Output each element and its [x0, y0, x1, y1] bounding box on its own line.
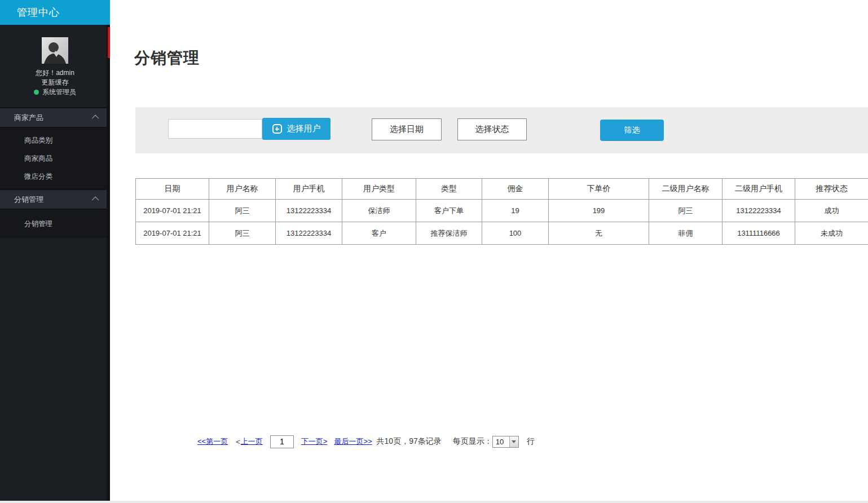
col-header-usertype: 用户类型: [342, 179, 416, 200]
cell-orderprice: 199: [549, 200, 649, 222]
per-page-value: 10: [493, 438, 509, 446]
col-header-sub-phone: 二级用户手机: [722, 179, 795, 200]
table-header-row: 日期 用户名称 用户手机 用户类型 类型 佣金 下单价 二级用户名称 二级用户手…: [136, 179, 868, 200]
prev-arrow-text: <: [236, 438, 240, 446]
col-header-type: 类型: [416, 179, 482, 200]
col-header-commission: 佣金: [482, 179, 549, 200]
sidebar-item-product-category[interactable]: 商品类别: [0, 131, 110, 149]
col-header-referral-status: 推荐状态: [795, 179, 868, 200]
cell-username: 阿三: [209, 222, 276, 245]
col-header-sub-username: 二级用户名称: [649, 179, 722, 200]
refresh-cache-link[interactable]: 更新缓存: [0, 78, 110, 87]
cell-commission: 100: [482, 222, 549, 245]
per-page-label: 每页显示：: [453, 436, 492, 447]
chevron-up-icon: [92, 197, 99, 204]
cell-referral-status: 未成功: [795, 222, 868, 245]
greeting-text: 您好！admin: [0, 68, 110, 78]
profile-panel: 您好！admin 更新缓存 系统管理员: [0, 25, 110, 97]
cell-sub-username: 阿三: [649, 200, 722, 222]
sidebar-section-distribution[interactable]: 分销管理: [0, 189, 110, 210]
filter-button[interactable]: 筛选: [600, 120, 664, 141]
cell-date: 2019-07-01 21:21: [136, 200, 209, 222]
select-status-button[interactable]: 选择状态: [457, 118, 527, 140]
select-user-button[interactable]: 选择用户: [262, 118, 331, 140]
cell-sub-username: 菲佣: [649, 222, 722, 245]
col-header-orderprice: 下单价: [549, 179, 649, 200]
pagination: <<第一页 < 上一页 下一页> 最后一页>> 共10页，97条记录 每页显示：…: [197, 434, 535, 449]
cell-type: 客户下单: [416, 200, 482, 222]
first-page-link[interactable]: <<第一页: [197, 436, 228, 447]
submenu-merchant-products: 商品类别 商家商品 微店分类: [0, 128, 110, 189]
cell-commission: 19: [482, 200, 549, 222]
rows-unit-label: 行: [527, 436, 535, 447]
section-label: 商家产品: [14, 113, 43, 123]
table-row: 2019-07-01 21:21 阿三 13122223334 客户 推荐保洁师…: [136, 222, 868, 245]
online-status-icon: [34, 90, 39, 95]
per-page-select[interactable]: 10: [492, 436, 519, 448]
cell-referral-status: 成功: [795, 200, 868, 222]
distribution-table: 日期 用户名称 用户手机 用户类型 类型 佣金 下单价 二级用户名称 二级用户手…: [135, 178, 868, 245]
cell-orderprice: 无: [549, 222, 649, 245]
cell-sub-phone: 13122223334: [722, 200, 795, 222]
cell-usertype: 保洁师: [342, 200, 416, 222]
sidebar-menu: 商家产品 商品类别 商家商品 微店分类 分销管理 分销管理: [0, 107, 110, 238]
submenu-distribution: 分销管理: [0, 210, 110, 238]
cell-phone: 13122223334: [276, 222, 342, 245]
select-arrow-button[interactable]: [509, 436, 518, 447]
sidebar-item-microstore-category[interactable]: 微店分类: [0, 167, 110, 186]
cell-username: 阿三: [209, 200, 276, 222]
cell-type: 推荐保洁师: [416, 222, 482, 245]
page-summary-text: 共10页，97条记录: [377, 436, 442, 447]
page-title: 分销管理: [134, 47, 200, 69]
select-user-label: 选择用户: [287, 123, 321, 134]
sidebar-section-merchant-products[interactable]: 商家产品: [0, 107, 110, 128]
dropdown-arrow-icon: [512, 440, 516, 443]
sidebar-item-merchant-goods[interactable]: 商家商品: [0, 149, 110, 167]
chevron-up-icon: [92, 115, 99, 122]
prev-page-link[interactable]: 上一页: [241, 436, 263, 447]
select-date-button[interactable]: 选择日期: [372, 118, 442, 140]
next-page-link[interactable]: 下一页>: [301, 436, 328, 447]
main-content: 分销管理 选择用户 选择日期 选择状态 筛选 日期 用户名称 用户手机 用户类型…: [110, 0, 868, 503]
horizontal-scrollbar-track[interactable]: [0, 501, 868, 503]
sidebar-scrollbar-track[interactable]: [107, 25, 110, 501]
page-number-input[interactable]: [270, 435, 294, 448]
cell-sub-phone: 13111116666: [722, 222, 795, 245]
user-avatar: [42, 37, 68, 64]
last-page-link[interactable]: 最后一页>>: [334, 436, 372, 447]
col-header-date: 日期: [136, 179, 209, 200]
cell-phone: 13122223334: [276, 200, 342, 222]
sidebar: 管理中心 您好！admin 更新缓存 系统管理员 商家产品: [0, 0, 110, 503]
sidebar-item-distribution-manage[interactable]: 分销管理: [0, 213, 110, 235]
cell-usertype: 客户: [342, 222, 416, 245]
prev-page-group: < 上一页: [236, 436, 263, 447]
section-label: 分销管理: [14, 195, 43, 205]
role-row: 系统管理员: [0, 87, 110, 97]
app-title: 管理中心: [0, 0, 110, 25]
table-row: 2019-07-01 21:21 阿三 13122223334 保洁师 客户下单…: [136, 200, 868, 222]
filter-bar: 选择用户 选择日期 选择状态 筛选: [135, 107, 868, 153]
col-header-username: 用户名称: [209, 179, 276, 200]
plus-icon: [272, 124, 282, 134]
cell-date: 2019-07-01 21:21: [136, 222, 209, 245]
sidebar-scrollbar-thumb[interactable]: [108, 27, 110, 58]
col-header-phone: 用户手机: [276, 179, 342, 200]
role-text: 系统管理员: [42, 87, 76, 97]
user-search-input[interactable]: [168, 119, 262, 139]
